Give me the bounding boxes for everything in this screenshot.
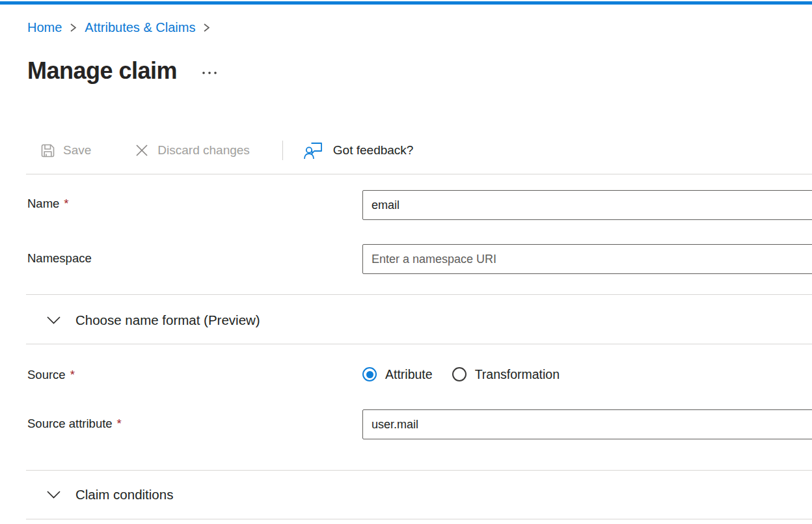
name-field-label: Name* xyxy=(27,197,69,211)
breadcrumb: Home Attributes & Claims xyxy=(27,19,218,36)
save-button-label: Save xyxy=(63,143,91,158)
section-divider xyxy=(26,294,812,295)
chevron-down-icon xyxy=(46,315,62,325)
radio-transformation-label: Transformation xyxy=(475,367,560,382)
got-feedback-button[interactable]: Got feedback? xyxy=(304,141,414,159)
chevron-down-icon xyxy=(46,490,62,500)
name-label-text: Name xyxy=(27,197,59,210)
top-accent-bar xyxy=(0,1,812,5)
toolbar-separator xyxy=(282,141,283,160)
page-title: Manage claim xyxy=(27,56,177,86)
choose-name-format-section-header[interactable]: Choose name format (Preview) xyxy=(27,309,812,332)
chevron-right-icon xyxy=(202,23,211,33)
source-radio-group: Attribute Transformation xyxy=(362,360,560,389)
radio-unselected-icon xyxy=(452,367,467,381)
required-asterisk: * xyxy=(64,197,68,210)
namespace-field-label: Namespace xyxy=(27,251,92,266)
required-asterisk: * xyxy=(70,368,75,381)
namespace-label-text: Namespace xyxy=(27,251,92,265)
title-row: Manage claim xyxy=(27,56,219,86)
breadcrumb-home-link[interactable]: Home xyxy=(27,19,62,36)
close-x-icon xyxy=(134,143,150,158)
section-label: Choose name format (Preview) xyxy=(75,312,260,328)
toolbar-divider xyxy=(26,174,812,174)
source-attribute-label-text: Source attribute xyxy=(27,417,113,430)
section-label: Claim conditions xyxy=(75,487,173,503)
source-attribute-field-label: Source attribute* xyxy=(27,417,122,431)
radio-attribute-label: Attribute xyxy=(385,367,433,382)
source-field-label: Source* xyxy=(27,368,75,382)
feedback-person-icon xyxy=(304,141,324,159)
claim-conditions-section-header[interactable]: Claim conditions xyxy=(27,483,812,506)
section-divider xyxy=(26,519,812,519)
source-label-text: Source xyxy=(27,368,66,381)
discard-changes-label: Discard changes xyxy=(157,143,250,158)
radio-transformation[interactable]: Transformation xyxy=(452,367,560,382)
got-feedback-label: Got feedback? xyxy=(333,143,414,158)
command-toolbar: Save Discard changes Got feedback? xyxy=(27,135,413,165)
breadcrumb-attributes-claims-link[interactable]: Attributes & Claims xyxy=(85,19,195,36)
discard-changes-button[interactable]: Discard changes xyxy=(134,143,250,158)
chevron-right-icon xyxy=(69,23,77,33)
required-asterisk: * xyxy=(117,417,122,430)
source-attribute-input[interactable] xyxy=(362,409,812,439)
manage-claim-page: Home Attributes & Claims Manage claim xyxy=(0,0,812,524)
section-divider xyxy=(26,344,812,344)
save-icon xyxy=(40,143,55,158)
name-input[interactable] xyxy=(362,190,812,220)
save-button[interactable]: Save xyxy=(40,143,91,158)
radio-selected-icon xyxy=(362,367,377,381)
ellipsis-menu-icon[interactable] xyxy=(202,70,219,76)
radio-attribute[interactable]: Attribute xyxy=(362,367,433,382)
namespace-input[interactable] xyxy=(362,244,812,274)
section-divider xyxy=(26,470,812,471)
